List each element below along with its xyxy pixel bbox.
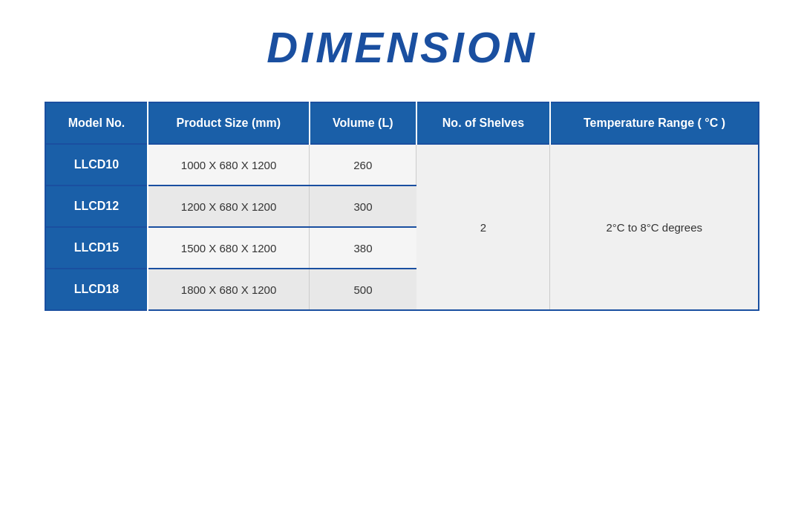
table-header-row: Model No. Product Size (mm) Volume (L) N… [45, 102, 759, 144]
header-shelves: No. of Shelves [416, 102, 550, 144]
header-temperature: Temperature Range ( °C ) [550, 102, 759, 144]
header-model: Model No. [45, 102, 148, 144]
model-cell: LLCD15 [45, 227, 148, 269]
size-cell: 1200 X 680 X 1200 [148, 185, 310, 227]
table-row: LLCD10 1000 X 680 X 1200 260 2 2°C to 8°… [45, 144, 759, 185]
model-cell: LLCD12 [45, 185, 148, 227]
dimension-table: Model No. Product Size (mm) Volume (L) N… [45, 102, 759, 311]
header-size: Product Size (mm) [148, 102, 310, 144]
volume-cell: 380 [310, 227, 416, 269]
temperature-merged-cell: 2°C to 8°C degrees [550, 144, 759, 310]
volume-cell: 500 [310, 269, 416, 310]
size-cell: 1500 X 680 X 1200 [148, 227, 310, 269]
page-title: DIMENSION [267, 22, 537, 72]
volume-cell: 300 [310, 185, 416, 227]
header-volume: Volume (L) [310, 102, 416, 144]
volume-cell: 260 [310, 144, 416, 185]
shelves-merged-cell: 2 [416, 144, 550, 310]
model-cell: LLCD18 [45, 269, 148, 310]
model-cell: LLCD10 [45, 144, 148, 185]
size-cell: 1800 X 680 X 1200 [148, 269, 310, 310]
size-cell: 1000 X 680 X 1200 [148, 144, 310, 185]
